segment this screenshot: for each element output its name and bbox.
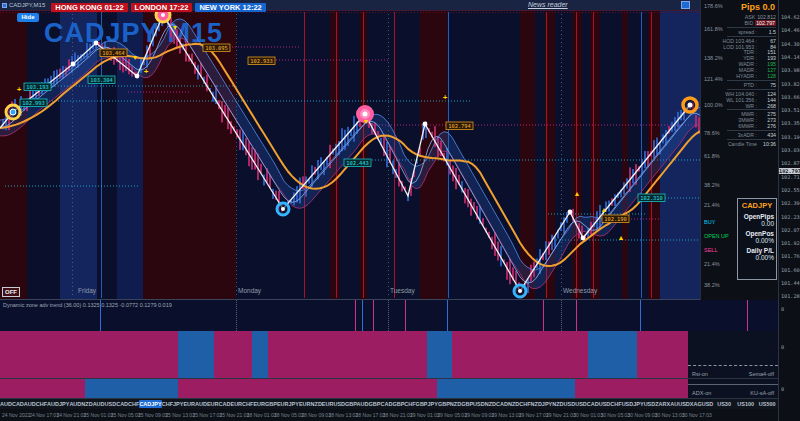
price-tick: 104.465 — [781, 27, 800, 33]
fib-label-1382: 138.2% — [704, 55, 723, 61]
info-value: 0.00% — [738, 254, 776, 261]
fib-label-214: 21.4% — [704, 261, 720, 267]
symbol-tab-cadchf[interactable]: CADCHF — [116, 401, 139, 407]
time-axis-label: 28 Nov 01:03 — [247, 412, 277, 418]
price-label-orange: 103.464 — [100, 49, 127, 57]
symbol-tab-gbpaud[interactable]: GBPAUD — [345, 401, 368, 407]
symbol-tab-usdjpy[interactable]: USDJPY — [622, 401, 644, 407]
price-label-teal: 103.304 — [88, 76, 115, 84]
time-axis-label: 25 Nov 05:03 — [111, 412, 141, 418]
info-value: 0.00% — [738, 237, 776, 244]
session-clock-london: LONDON 17:22 — [131, 3, 193, 12]
symbol-tab-us30[interactable]: US30 — [713, 401, 735, 407]
buy-arrow-icon: ▲ — [618, 234, 625, 241]
plus-marker-icon: + — [144, 67, 149, 76]
day-separator — [388, 300, 389, 331]
symbol-tab-chfjpy[interactable]: CHFJPY — [162, 401, 184, 407]
symbol-tab-xauusd[interactable]: XAUUSD — [667, 401, 690, 407]
window-button-icon[interactable] — [681, 1, 690, 9]
fib-label-382: 38.2% — [704, 182, 720, 188]
ribbon-segment-magenta — [214, 331, 252, 378]
toggle-sema4-off[interactable]: Sema4-off — [749, 371, 774, 377]
toggle-ku-sa-off[interactable]: KU-sA-off — [750, 390, 774, 396]
trading-terminal-window: CADJPY M15▼▼▼▼▲▲▲+++103.304103.193102.99… — [0, 0, 800, 421]
symbol-tab-gbpcad[interactable]: GBPCAD — [369, 401, 393, 407]
time-axis-label: 29 Nov 09:03 — [464, 412, 494, 418]
price-label-teal: 102.993 — [20, 99, 47, 107]
chart-tab-icon — [2, 3, 7, 8]
symbol-tab-us500[interactable]: US500 — [756, 401, 778, 407]
symbol-tab-usdzar[interactable]: USDZAR — [644, 401, 667, 407]
time-axis: 24 Nov 202224 Nov 17:0324 Nov 21:0325 No… — [0, 409, 800, 421]
symbol-tab-eurchf[interactable]: EURCHF — [230, 401, 253, 407]
symbol-tab-usdchf[interactable]: USDCHF — [599, 401, 622, 407]
indicator-spike — [405, 300, 406, 331]
subwindow-tick: 0 — [781, 386, 784, 392]
symbol-tab-gbpusd[interactable]: GBPUSD — [461, 401, 485, 407]
off-button[interactable]: OFF — [2, 287, 20, 297]
fib-label-buy: BUY — [704, 219, 715, 225]
signal-marker-yb — [6, 105, 20, 119]
buy-arrow-icon: ▲ — [601, 206, 608, 213]
svg-text:102.310: 102.310 — [640, 195, 663, 201]
symbol-tab-audchf[interactable]: AUDCHF — [24, 401, 47, 407]
signal-marker-c — [277, 203, 289, 215]
time-axis-label: 29 Nov 17:03 — [519, 412, 549, 418]
time-axis-label: 30 Nov 01:03 — [573, 412, 603, 418]
symbol-tab-audnzd[interactable]: AUDNZD — [69, 401, 92, 407]
symbol-tab-eurusd[interactable]: EURUSD — [322, 401, 345, 407]
fib-label-1618: 161.8% — [704, 26, 723, 32]
symbol-tab-gbpjpy[interactable]: GBPJPY — [416, 401, 438, 407]
news-reader-link[interactable]: News reader — [528, 1, 568, 8]
svg-text:102.794: 102.794 — [448, 123, 471, 129]
indicator-ribbon-1: Rsi-onSema4-off — [0, 331, 778, 378]
symbol-tab-eurcad[interactable]: EURCAD — [207, 401, 231, 407]
session-clocks: HONG KONG 01:22LONDON 17:22NEW YORK 12:2… — [51, 0, 269, 14]
symbol-tab-audcad[interactable]: AUDCAD — [0, 401, 24, 407]
symbol-tab-xagusd[interactable]: XAGUSD — [690, 401, 714, 407]
day-separator — [561, 300, 562, 331]
pips-stats-panel: Pips 0.0 ASK102.812BID102.797spread :1.5… — [700, 0, 778, 300]
indicator-label: Dynamic zone adv trend (36.00) 0.1325 0.… — [3, 302, 172, 308]
stats-divider — [727, 27, 776, 28]
symbol-tab-eurnzd[interactable]: EURNZD — [299, 401, 322, 407]
symbol-tab-nzdjpy[interactable]: NZDJPY — [531, 401, 553, 407]
symbol-tab-audjpy[interactable]: AUDJPY — [47, 401, 69, 407]
stats-divider — [727, 139, 776, 140]
svg-text:102.190: 102.190 — [604, 216, 627, 222]
hide-button[interactable]: Hide — [17, 13, 39, 22]
symbol-tab-euraud[interactable]: EURAUD — [183, 401, 207, 407]
indicator-ribbon-2: ADX-onKU-sA-off — [0, 378, 778, 398]
svg-text:102.993: 102.993 — [22, 100, 45, 106]
symbol-tab-audusd[interactable]: AUDUSD — [93, 401, 117, 407]
session-clock-new-york: NEW YORK 12:22 — [195, 3, 265, 12]
time-axis-label: 29 Nov 13:03 — [492, 412, 522, 418]
symbol-tab-eurgbp[interactable]: EURGBP — [253, 401, 277, 407]
fib-label-618: 61.8% — [704, 153, 720, 159]
fib-label-1786: 178.6% — [704, 3, 723, 9]
stats-divider — [727, 109, 776, 110]
symbol-tab-us100[interactable]: US100 — [735, 401, 757, 407]
toggle-row-adx: ADX-onKU-sA-off — [688, 384, 778, 397]
symbol-tab-usdcad[interactable]: USDCAD — [575, 401, 599, 407]
symbol-tab-nzdchf[interactable]: NZDCHF — [508, 401, 531, 407]
symbol-tab-nzdcad[interactable]: NZDCAD — [485, 401, 508, 407]
zigzag-dot — [423, 122, 428, 127]
toggle-rsi-on[interactable]: Rsi-on — [692, 371, 708, 377]
price-chart[interactable]: CADJPY M15▼▼▼▼▲▲▲+++103.304103.193102.99… — [0, 0, 700, 300]
symbol-tab-gbpnzd[interactable]: GBPNZD — [438, 401, 461, 407]
zigzag-dot — [581, 236, 586, 241]
time-axis-label: 25 Nov 01:03 — [84, 412, 114, 418]
symbol-tab-eurjpy[interactable]: EURJPY — [277, 401, 299, 407]
indicator-spike — [640, 300, 641, 331]
price-tick: 101.600 — [781, 267, 800, 273]
subwindow-tick: 0 — [781, 344, 784, 350]
sell-arrow-icon: ▼ — [132, 54, 139, 61]
toggle-adx-on[interactable]: ADX-on — [692, 390, 711, 396]
symbol-tab-cadjpy[interactable]: CADJPY — [139, 400, 161, 408]
info-rows: OpenPips0.00OpenPos0.00%Daily P/L0.00% — [738, 213, 776, 261]
symbol-tab-nzdusd[interactable]: NZDUSD — [552, 401, 575, 407]
symbol-tab-gbpchf[interactable]: GBPCHF — [392, 401, 415, 407]
ribbon-segment-blue — [252, 331, 268, 378]
chart-tab[interactable]: CADJPY,M15 — [9, 2, 45, 8]
